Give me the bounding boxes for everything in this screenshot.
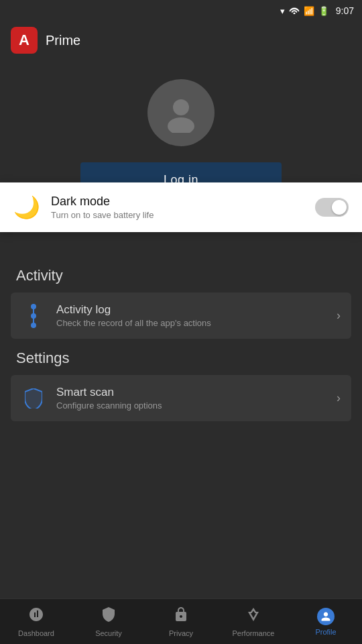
dark-mode-card: 🌙 Dark mode Turn on to save battery life [0, 182, 362, 232]
profile-label: Profile [315, 628, 336, 636]
status-time: 9:07 [336, 5, 354, 16]
toggle-knob [332, 200, 347, 215]
nav-item-profile[interactable]: Profile [290, 604, 362, 640]
performance-label: Performance [233, 629, 275, 637]
bottom-nav: Dashboard Security Privacy Performance [0, 598, 362, 644]
privacy-icon [173, 606, 189, 627]
smart-scan-icon [21, 386, 46, 411]
signal-icon [289, 5, 300, 16]
svg-point-0 [173, 99, 189, 115]
activity-log-title: Activity log [56, 303, 326, 317]
battery-icon: 🔋 [318, 6, 329, 16]
smart-scan-text: Smart scan Configure scanning options [56, 386, 326, 411]
status-bar: ▾ 📶 🔋 9:07 [0, 0, 362, 21]
dark-mode-text-block: Dark mode Turn on to save battery life [51, 195, 304, 220]
logo-letter: A [19, 32, 29, 49]
profile-nav-icon [317, 608, 335, 625]
activity-log-subtitle: Check the record of all the app's action… [56, 318, 326, 328]
app-title: Prime [46, 33, 80, 48]
smart-scan-chevron: › [337, 391, 341, 405]
nav-item-security[interactable]: Security [72, 602, 145, 641]
dashboard-icon [28, 606, 44, 627]
activity-log-icon [21, 304, 46, 328]
dark-mode-title: Dark mode [51, 195, 304, 209]
moon-icon: 🌙 [13, 195, 40, 220]
smart-scan-subtitle: Configure scanning options [56, 400, 326, 411]
activity-log-chevron: › [337, 309, 341, 323]
avatar [147, 79, 215, 146]
dark-mode-toggle[interactable] [315, 198, 349, 217]
security-label: Security [95, 629, 122, 637]
dashboard-label: Dashboard [18, 629, 54, 637]
smart-scan-title: Smart scan [56, 386, 326, 399]
nav-item-privacy[interactable]: Privacy [145, 602, 217, 641]
status-icons: ▾ 📶 🔋 9:07 [280, 5, 354, 16]
nav-item-dashboard[interactable]: Dashboard [0, 602, 72, 641]
smart-scan-item[interactable]: Smart scan Configure scanning options › [11, 375, 351, 421]
security-icon [101, 606, 117, 627]
wifi-icon: ▾ [280, 6, 285, 16]
app-header: A Prime [0, 21, 362, 59]
settings-section-title: Settings [0, 341, 362, 372]
nav-item-performance[interactable]: Performance [217, 602, 290, 641]
svg-point-1 [168, 117, 194, 133]
sim-icon: 📶 [304, 6, 314, 16]
avast-logo: A [11, 27, 38, 54]
activity-log-item[interactable]: Activity log Check the record of all the… [11, 292, 351, 339]
performance-icon [245, 606, 261, 627]
dark-mode-subtitle: Turn on to save battery life [51, 210, 304, 220]
privacy-label: Privacy [169, 629, 193, 637]
sections-below: Activity Activity log Check the record o… [0, 248, 362, 435]
activity-section-title: Activity [0, 259, 362, 290]
activity-log-text: Activity log Check the record of all the… [56, 303, 326, 328]
